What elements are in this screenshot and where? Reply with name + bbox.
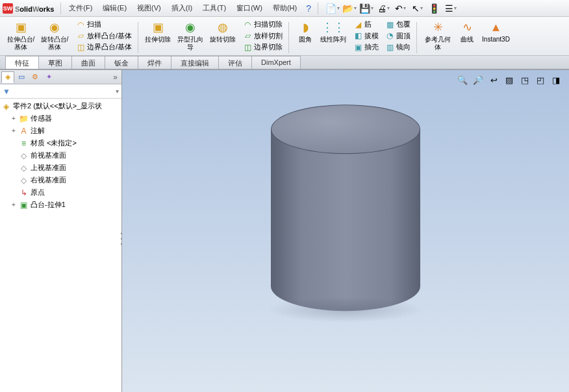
tree-icon: ▣ — [19, 200, 29, 210]
ribbon-icon: ◢ — [353, 20, 362, 29]
tab-评估[interactable]: 评估 — [218, 56, 252, 69]
ribbon-icon: ◍ — [216, 21, 230, 35]
tree-item-上视基准面[interactable]: ◇上视基准面 — [0, 162, 121, 174]
ribbon-icon: ▲ — [488, 21, 503, 35]
tab-焊件[interactable]: 焊件 — [138, 56, 171, 69]
brand-text: SolidWorks — [15, 3, 54, 14]
ribbon-包覆[interactable]: ▦包覆 — [383, 19, 412, 30]
tab-钣金[interactable]: 钣金 — [105, 56, 138, 69]
menu-窗口(W)[interactable]: 窗口(W) — [231, 2, 268, 14]
ribbon-拔模[interactable]: ◧拔模 — [351, 31, 381, 42]
ribbon-icon: ▱ — [243, 32, 252, 41]
tree-root[interactable]: ◈ 零件2 (默认<<默认>_显示状 — [0, 100, 121, 112]
tree-icon: A — [19, 126, 29, 136]
ribbon-抽壳[interactable]: ▣抽壳 — [351, 42, 381, 53]
tab-草图[interactable]: 草图 — [38, 56, 72, 69]
filter-dropdown-icon[interactable]: ▾ — [116, 88, 119, 95]
ribbon-异型孔向导[interactable]: ◉异型孔向导 — [173, 19, 207, 53]
zoom-fit-icon[interactable]: 🔍 — [456, 74, 469, 86]
print-icon[interactable]: 🖨▾ — [377, 2, 390, 15]
options-icon[interactable]: ☰▾ — [444, 2, 457, 15]
ribbon-放样凸台/基体[interactable]: ▱放样凸台/基体 — [74, 31, 134, 42]
tree-icon: ◇ — [19, 151, 29, 160]
menu-bar: SW SolidWorks 文件(F)编辑(E)视图(V)插入(I)工具(T)窗… — [0, 0, 569, 17]
section-icon[interactable]: ▨ — [503, 74, 516, 86]
zoom-area-icon[interactable]: 🔎 — [472, 74, 485, 86]
tree-icon: ◇ — [19, 175, 29, 185]
ribbon-icon: ◫ — [243, 43, 252, 52]
config-tab[interactable]: ⚙ — [29, 71, 42, 83]
ribbon-Instant3D[interactable]: ▲Instant3D — [479, 19, 512, 45]
ribbon-icon: ▣ — [353, 43, 362, 52]
ribbon-扫描[interactable]: ◠扫描 — [74, 19, 134, 30]
main-area: ◈ ▭ ⚙ ✦ » ▼ ▾ ◈ 零件2 (默认<<默认>_显示状 +📁传感器+A… — [0, 70, 569, 392]
ribbon-放样切割[interactable]: ▱放样切割 — [241, 31, 284, 42]
tree-item-凸台-拉伸1[interactable]: +▣凸台-拉伸1 — [0, 199, 121, 211]
model-cylinder[interactable] — [271, 129, 420, 311]
view-toolbar: 🔍🔎↩▨◳◰◨ — [456, 74, 563, 86]
logo-icon: SW — [3, 3, 13, 14]
ribbon-筋[interactable]: ◢筋 — [351, 19, 381, 30]
ribbon-镜向[interactable]: ▥镜向 — [383, 42, 412, 53]
tree-item-材质 <未指定>[interactable]: ≡材质 <未指定> — [0, 137, 121, 149]
viewport[interactable]: 🔍🔎↩▨◳◰◨ — [122, 70, 569, 392]
ribbon-icon: ▥ — [385, 43, 394, 52]
save-icon[interactable]: 💾▾ — [360, 2, 373, 15]
filter-icon: ▼ — [3, 87, 10, 96]
ribbon-扫描切除[interactable]: ◠扫描切除 — [241, 19, 284, 30]
menu-视图(V)[interactable]: 视图(V) — [132, 2, 166, 14]
ribbon-曲线[interactable]: ∿曲线 — [455, 19, 479, 45]
ribbon-icon: ✳ — [431, 21, 445, 35]
ribbon-icon: ⋮⋮ — [326, 21, 340, 35]
panel-collapse-icon[interactable]: » — [110, 73, 120, 82]
tree-item-前视基准面[interactable]: ◇前视基准面 — [0, 149, 121, 162]
display-icon[interactable]: ◳ — [518, 74, 531, 86]
tab-直接编辑[interactable]: 直接编辑 — [171, 56, 219, 69]
open-icon[interactable]: 📂▾ — [343, 2, 356, 15]
tree-item-原点[interactable]: ↳原点 — [0, 186, 121, 199]
tree-icon: ≡ — [19, 138, 29, 148]
feature-tree-tab[interactable]: ◈ — [1, 71, 14, 83]
ribbon-参考几何体[interactable]: ✳参考几何体 — [421, 19, 455, 53]
appearance-icon[interactable]: ◨ — [550, 74, 563, 86]
ribbon-圆角[interactable]: ◗圆角 — [293, 19, 318, 45]
ribbon-拉伸切除[interactable]: ▣拉伸切除 — [142, 19, 173, 45]
ribbon-线性阵列[interactable]: ⋮⋮线性阵列 — [318, 19, 349, 45]
ribbon-icon: ◉ — [47, 21, 62, 35]
menu-工具(T)[interactable]: 工具(T) — [197, 2, 231, 14]
feature-panel: ◈ ▭ ⚙ ✦ » ▼ ▾ ◈ 零件2 (默认<<默认>_显示状 +📁传感器+A… — [0, 70, 122, 392]
menu-文件(F)[interactable]: 文件(F) — [64, 2, 97, 14]
new-doc-icon[interactable]: 📄▾ — [326, 2, 339, 15]
ribbon-旋转切除[interactable]: ◍旋转切除 — [207, 19, 238, 45]
tree-item-传感器[interactable]: +📁传感器 — [0, 112, 121, 125]
panel-tab-bar: ◈ ▭ ⚙ ✦ » — [0, 70, 121, 84]
undo-icon[interactable]: ↶▾ — [394, 2, 407, 15]
ribbon-icon: ▣ — [151, 21, 165, 35]
select-icon[interactable]: ↖▾ — [411, 2, 424, 15]
tree-item-右视基准面[interactable]: ◇右视基准面 — [0, 174, 121, 186]
hide-icon[interactable]: ◰ — [534, 74, 547, 86]
tab-特征[interactable]: 特征 — [5, 56, 39, 69]
tab-DimXpert[interactable]: DimXpert — [251, 56, 301, 69]
property-tab[interactable]: ▭ — [15, 71, 28, 83]
ribbon-边界凸台/基体[interactable]: ◫边界凸台/基体 — [74, 42, 134, 53]
prev-view-icon[interactable]: ↩ — [487, 74, 500, 86]
menu-插入(I)[interactable]: 插入(I) — [166, 2, 197, 14]
ribbon-icon: ▦ — [385, 20, 394, 29]
ribbon-旋转凸台/基体[interactable]: ◉旋转凸台/基体 — [38, 19, 71, 53]
tree-icon: ↳ — [19, 188, 29, 197]
tree-item-注解[interactable]: +A注解 — [0, 125, 121, 137]
menu-帮助(H)[interactable]: 帮助(H) — [268, 2, 302, 14]
ribbon-拉伸凸台/基体[interactable]: ▣拉伸凸台/基体 — [4, 19, 38, 53]
display-tab[interactable]: ✦ — [42, 71, 55, 83]
ribbon-边界切除[interactable]: ◫边界切除 — [241, 42, 284, 53]
tab-曲面[interactable]: 曲面 — [71, 56, 105, 69]
rebuild-icon[interactable]: 🚦 — [427, 2, 440, 15]
help-icon[interactable]: ? — [302, 2, 315, 15]
ribbon-icon: ◠ — [243, 20, 252, 29]
menu-编辑(E)[interactable]: 编辑(E) — [97, 2, 132, 14]
ribbon-icon: ◠ — [76, 20, 85, 29]
tree-filter[interactable]: ▼ ▾ — [0, 84, 121, 99]
ribbon-圆顶[interactable]: ◔圆顶 — [383, 31, 412, 42]
app-logo: SW SolidWorks — [3, 3, 54, 14]
